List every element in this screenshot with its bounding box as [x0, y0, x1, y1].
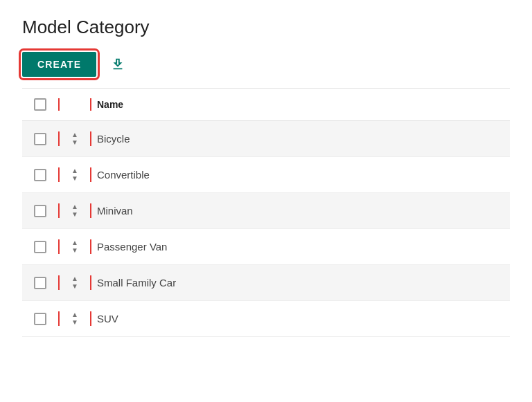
page-title: Model Category: [22, 17, 510, 38]
table-row: ▲ ▼ Convertible: [22, 157, 510, 193]
row-checkbox-4[interactable]: [34, 241, 46, 253]
header-name-col: Name: [91, 99, 510, 110]
row-checkbox-5[interactable]: [34, 277, 46, 289]
table-row: ▲ ▼ Passenger Van: [22, 229, 510, 265]
table-body: ▲ ▼ Bicycle ▲ ▼ Convertible ▲ ▼ Minivan: [22, 121, 510, 337]
row-sort-handle-6[interactable]: ▲ ▼: [58, 311, 91, 326]
row-checkbox-cell: [22, 313, 58, 325]
row-checkbox-1[interactable]: [34, 133, 46, 145]
row-name-5: Small Family Car: [91, 277, 510, 289]
row-sort-handle-3[interactable]: ▲ ▼: [58, 203, 91, 218]
sort-arrows-icon: ▲ ▼: [71, 239, 78, 254]
table-row: ▲ ▼ SUV: [22, 301, 510, 337]
header-checkbox-cell: [22, 98, 58, 111]
sort-arrows-icon: ▲ ▼: [71, 311, 78, 326]
create-button[interactable]: CREATE: [22, 52, 96, 77]
row-name-2: Convertible: [91, 169, 510, 181]
toolbar: CREATE: [22, 52, 510, 77]
sort-arrows-icon: ▲ ▼: [71, 131, 78, 146]
table-row: ▲ ▼ Minivan: [22, 193, 510, 229]
row-name-3: Minivan: [91, 205, 510, 217]
row-checkbox-3[interactable]: [34, 205, 46, 217]
download-button[interactable]: [107, 54, 128, 75]
row-name-6: SUV: [91, 313, 510, 325]
table-row: ▲ ▼ Small Family Car: [22, 265, 510, 301]
row-checkbox-2[interactable]: [34, 169, 46, 181]
row-checkbox-cell: [22, 133, 58, 145]
sort-arrows-icon: ▲ ▼: [71, 167, 78, 182]
row-name-4: Passenger Van: [91, 241, 510, 253]
sort-arrows-icon: ▲ ▼: [71, 203, 78, 218]
table-row: ▲ ▼ Bicycle: [22, 121, 510, 157]
row-sort-handle-4[interactable]: ▲ ▼: [58, 239, 91, 254]
sort-arrows-icon: ▲ ▼: [71, 275, 78, 290]
table-header: Name: [22, 89, 510, 121]
row-checkbox-6[interactable]: [34, 313, 46, 325]
row-sort-handle-1[interactable]: ▲ ▼: [58, 131, 91, 146]
row-checkbox-cell: [22, 241, 58, 253]
row-checkbox-cell: [22, 205, 58, 217]
row-sort-handle-5[interactable]: ▲ ▼: [58, 275, 91, 290]
select-all-checkbox[interactable]: [34, 98, 46, 111]
row-sort-handle-2[interactable]: ▲ ▼: [58, 167, 91, 182]
page-container: Model Category CREATE Name ▲ ▼: [0, 0, 532, 354]
data-table: Name ▲ ▼ Bicycle ▲ ▼ Convertible: [22, 89, 510, 337]
row-name-1: Bicycle: [91, 133, 510, 145]
row-checkbox-cell: [22, 169, 58, 181]
download-icon: [110, 57, 125, 72]
header-sort-cell: [58, 98, 91, 111]
row-checkbox-cell: [22, 277, 58, 289]
